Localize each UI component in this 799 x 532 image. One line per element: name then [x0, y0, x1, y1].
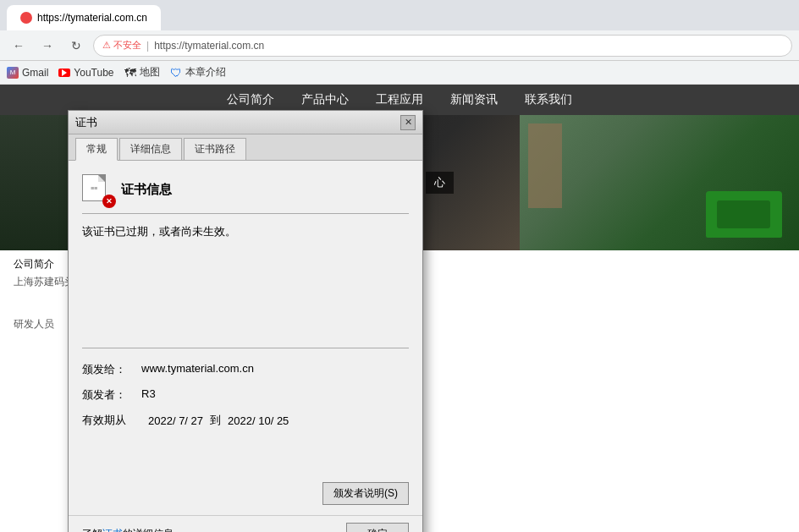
active-tab[interactable]: https://tymaterial.com.cn — [7, 5, 161, 30]
forward-button[interactable]: → — [36, 34, 59, 58]
cert-validity-from: 2022/ 7/ 27 — [148, 414, 203, 427]
dialog-titlebar: 证书 ✕ — [69, 111, 422, 134]
bookmark-youtube[interactable]: YouTube — [58, 67, 113, 79]
tab-details[interactable]: 详细信息 — [119, 138, 182, 160]
cert-header: ≡≡ ✕ 证书信息 — [82, 174, 409, 214]
footer-pre-text: 了解 — [82, 528, 102, 532]
cert-validity-label: 有效期从 — [82, 413, 141, 428]
address-url: https://tymaterial.com.cn — [154, 40, 264, 52]
bookmark-intro[interactable]: 🛡 本章介绍 — [170, 65, 226, 80]
address-bar[interactable]: ⚠ 不安全 | https://tymaterial.com.cn — [93, 35, 792, 57]
youtube-icon — [58, 69, 70, 77]
dialog-tabs: 常规 详细信息 证书路径 — [69, 134, 422, 161]
shield-icon: 🛡 — [170, 66, 182, 80]
dialog-footer-text: 了解证书的详细信息 — [82, 527, 174, 532]
cert-issued-to-row: 颁发给： www.tymaterial.com.cn — [82, 362, 409, 377]
cert-error-badge: ✕ — [102, 195, 116, 208]
bookmark-gmail-label: Gmail — [22, 67, 48, 79]
cert-issued-to-value: www.tymaterial.com.cn — [141, 362, 254, 377]
issuer-statement-button[interactable]: 颁发者说明(S) — [322, 482, 409, 505]
bookmarks-bar: M Gmail YouTube 🗺 地图 🛡 本章介绍 — [0, 61, 799, 85]
back-button[interactable]: ← — [7, 34, 30, 58]
gmail-icon: M — [7, 67, 19, 79]
tab-favicon — [20, 12, 32, 24]
dialog-footer: 了解证书的详细信息 确定 — [69, 515, 422, 532]
cert-issued-by-value: R3 — [141, 387, 156, 403]
cert-detail-link[interactable]: 证书 — [102, 528, 123, 532]
dialog-title: 证书 — [75, 115, 97, 130]
browser-toolbar: ← → ↻ ⚠ 不安全 | https://tymaterial.com.cn — [0, 30, 799, 61]
tab-title: https://tymaterial.com.cn — [37, 12, 147, 24]
separator: | — [146, 40, 149, 52]
security-warning: ⚠ 不安全 — [102, 39, 141, 52]
bookmark-youtube-label: YouTube — [74, 67, 113, 79]
cert-spacer — [82, 256, 409, 341]
cert-validity-to-word: 到 — [210, 413, 221, 428]
cert-divider — [82, 348, 409, 348]
bookmark-gmail[interactable]: M Gmail — [7, 67, 48, 79]
dialog-content: ≡≡ ✕ 证书信息 该证书已过期，或者尚未生效。 颁发给： www.tymate… — [69, 161, 422, 482]
footer-post-text: 的详细信息 — [123, 528, 174, 532]
cert-issued-by-row: 颁发者： R3 — [82, 387, 409, 403]
dialog-action-row: 颁发者说明(S) — [69, 482, 422, 515]
cert-message: 该证书已过期，或者尚未生效。 — [82, 224, 409, 239]
bookmark-maps[interactable]: 🗺 地图 — [124, 65, 160, 80]
dialog-close-button[interactable]: ✕ — [400, 115, 416, 130]
bookmark-maps-label: 地图 — [140, 65, 160, 80]
ok-button[interactable]: 确定 — [346, 523, 409, 532]
browser-tabs-bar: https://tymaterial.com.cn — [0, 0, 799, 30]
cert-doc-icon: ≡≡ — [82, 174, 106, 201]
certificate-dialog: 证书 ✕ 常规 详细信息 证书路径 ≡≡ ✕ 证书信息 该证书已过期，或者尚未 — [68, 110, 423, 532]
browser-chrome: https://tymaterial.com.cn ← → ↻ ⚠ 不安全 | … — [0, 0, 799, 85]
tab-cert-path[interactable]: 证书路径 — [184, 138, 246, 160]
bookmark-intro-label: 本章介绍 — [185, 65, 226, 80]
maps-icon: 🗺 — [124, 66, 136, 80]
cert-validity-row: 有效期从 2022/ 7/ 27 到 2022/ 10/ 25 — [82, 413, 409, 428]
dialog-overlay: 证书 ✕ 常规 详细信息 证书路径 ≡≡ ✕ 证书信息 该证书已过期，或者尚未 — [0, 85, 799, 532]
cert-title: 证书信息 — [121, 182, 172, 198]
refresh-button[interactable]: ↻ — [64, 34, 88, 58]
cert-validity-to: 2022/ 10/ 25 — [228, 414, 289, 427]
tab-general[interactable]: 常规 — [75, 138, 118, 161]
cert-icon: ≡≡ ✕ — [82, 174, 113, 205]
cert-issued-to-label: 颁发给： — [82, 362, 141, 377]
cert-issued-by-label: 颁发者： — [82, 387, 141, 403]
